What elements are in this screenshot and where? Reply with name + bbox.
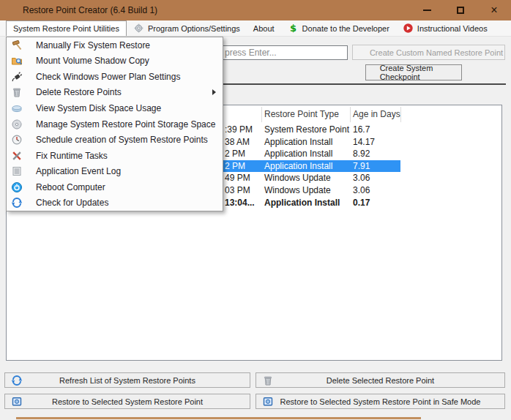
button-label: Create System Checkpoint xyxy=(380,64,461,81)
dollar-icon: $ xyxy=(288,23,299,34)
cell-type: Application Install xyxy=(264,137,332,147)
button-label: Restore to Selected System Restore Point xyxy=(52,397,203,406)
menubar-item-instructional-videos[interactable]: Instructional Videos xyxy=(396,20,494,36)
pencil-icon xyxy=(354,47,366,59)
column-divider xyxy=(350,107,351,122)
column-divider xyxy=(400,107,401,122)
cell-age: 7.91 xyxy=(353,161,370,171)
event-log-icon xyxy=(11,165,23,177)
menu-item-label: Fix Runtime Tasks xyxy=(36,151,108,161)
cell-age: 0.17 xyxy=(353,198,370,208)
menubar-item-label: About xyxy=(253,24,275,33)
cell-type: Application Install xyxy=(264,149,332,159)
menubar-item-label: Program Options/Settings xyxy=(148,24,240,33)
system-restore-point-utilities-menu: Manually Fix System RestoreMount Volume … xyxy=(6,37,223,211)
menu-item-mount-volume-shadow-copy[interactable]: Mount Volume Shadow Copy xyxy=(7,53,223,70)
minimize-button[interactable] xyxy=(410,0,444,20)
menu-item-delete-restore-points[interactable]: Delete Restore Points xyxy=(7,85,223,101)
gear-icon xyxy=(133,23,144,34)
menubar-item-system-restore-point-utilities[interactable]: System Restore Point Utilities xyxy=(6,20,127,36)
menu-item-application-event-log[interactable]: Application Event Log xyxy=(7,163,223,179)
menubar: System Restore Point UtilitiesProgram Op… xyxy=(0,20,511,37)
refresh-icon xyxy=(11,375,23,386)
reboot-icon xyxy=(11,181,23,193)
menu-item-check-windows-power-plan-settings[interactable]: Check Windows Power Plan Settings xyxy=(7,69,223,85)
folder-search-icon xyxy=(11,55,23,67)
titlebar: Restore Point Creator (6.4 Build 1) × xyxy=(0,0,511,20)
svg-text:$: $ xyxy=(290,23,296,34)
menu-item-label: Check for Updates xyxy=(36,198,108,208)
menubar-item-donate-to-the-developer[interactable]: $Donate to the Developer xyxy=(281,20,396,36)
cell-date: 49 PM xyxy=(225,173,250,183)
pencil-icon xyxy=(366,67,376,78)
hammer-icon xyxy=(11,40,23,51)
window-title: Restore Point Creator (6.4 Build 1) xyxy=(23,5,157,15)
cell-type: Application Install xyxy=(264,198,340,208)
column-header-restore-point-type[interactable]: Restore Point Type xyxy=(264,109,339,119)
delete-selected-restore-point-button[interactable]: Delete Selected Restore Point xyxy=(256,372,505,388)
create-system-checkpoint-button[interactable]: Create System Checkpoint xyxy=(365,64,462,80)
storage-disc-icon xyxy=(11,119,23,130)
menubar-item-label: Donate to the Developer xyxy=(302,24,389,33)
cell-age: 14.17 xyxy=(353,137,375,147)
menu-item-label: Manually Fix System Restore xyxy=(36,40,150,50)
submenu-arrow-icon xyxy=(212,89,216,95)
menu-item-label: Check Windows Power Plan Settings xyxy=(36,72,180,82)
update-icon xyxy=(11,197,23,209)
refresh-list-of-system-restore-points-button[interactable]: Refresh List of System Restore Points xyxy=(4,372,250,388)
window-controls: × xyxy=(410,0,511,20)
cell-type: System Restore Point xyxy=(264,124,349,135)
button-label: Refresh List of System Restore Points xyxy=(59,376,195,385)
cell-date: 03 PM xyxy=(225,185,250,195)
cell-type: Application Install xyxy=(264,161,332,171)
cell-type: Windows Update xyxy=(264,185,331,195)
menu-item-label: Delete Restore Points xyxy=(36,87,122,97)
menu-item-label: View System Disk Space Usage xyxy=(36,103,161,113)
menu-item-reboot-computer[interactable]: Reboot Computer xyxy=(7,179,223,195)
disk-icon xyxy=(11,102,23,114)
cell-date: :39 PM xyxy=(225,124,253,135)
menu-item-manage-system-restore-point-storage-space[interactable]: Manage System Restore Point Storage Spac… xyxy=(7,116,223,132)
restore-to-selected-system-restore-point-in-safe-mode-button[interactable]: Restore to Selected System Restore Point… xyxy=(256,394,505,409)
cell-date: 2 PM xyxy=(225,161,245,171)
menubar-item-label: System Restore Point Utilities xyxy=(13,24,119,33)
app-window: Restore Point Creator (6.4 Build 1) × Sy… xyxy=(0,0,511,420)
menu-item-label: Reboot Computer xyxy=(36,182,105,192)
create-custom-named-restore-point-button[interactable]: Create Custom Named Restore Point xyxy=(352,45,505,60)
menu-item-manually-fix-system-restore[interactable]: Manually Fix System Restore xyxy=(7,37,223,53)
menubar-item-about[interactable]: About xyxy=(247,20,281,36)
restore-icon xyxy=(11,396,23,408)
menu-item-check-for-updates[interactable]: Check for Updates xyxy=(7,195,223,211)
maximize-icon xyxy=(457,7,464,14)
cell-age: 8.92 xyxy=(353,149,370,159)
restore-icon xyxy=(262,396,274,408)
column-divider xyxy=(261,107,262,122)
button-label: Create Custom Named Restore Point xyxy=(370,48,503,57)
close-button[interactable]: × xyxy=(477,0,511,20)
cell-date: 13:04... xyxy=(225,198,255,208)
menu-item-fix-runtime-tasks[interactable]: Fix Runtime Tasks xyxy=(7,148,223,164)
menu-item-view-system-disk-space-usage[interactable]: View System Disk Space Usage xyxy=(7,100,223,116)
cell-age: 3.06 xyxy=(353,185,370,195)
button-label: Restore to Selected System Restore Point… xyxy=(280,397,481,406)
restore-to-selected-system-restore-point-button[interactable]: Restore to Selected System Restore Point xyxy=(4,394,250,409)
menu-item-schedule-creation-of-system-restore-points[interactable]: Schedule creation of System Restore Poin… xyxy=(7,132,223,148)
cell-age: 3.06 xyxy=(353,173,370,183)
play-icon xyxy=(403,23,414,34)
column-header-age-in-days[interactable]: Age in Days xyxy=(353,109,400,119)
menubar-item-label: Instructional Videos xyxy=(417,24,488,33)
desktop-edge xyxy=(16,417,421,419)
cell-type: Windows Update xyxy=(264,173,331,183)
cell-date: 38 AM xyxy=(225,137,250,147)
menu-item-label: Manage System Restore Point Storage Spac… xyxy=(36,119,215,130)
maximize-button[interactable] xyxy=(444,0,477,20)
close-icon: × xyxy=(491,4,497,16)
menubar-item-program-options-settings[interactable]: Program Options/Settings xyxy=(127,20,247,36)
power-plug-icon xyxy=(11,71,23,83)
button-label: Delete Selected Restore Point xyxy=(327,376,434,385)
trash-icon xyxy=(262,375,274,386)
minimize-icon xyxy=(423,10,431,11)
menu-item-label: Mount Volume Shadow Copy xyxy=(36,56,149,66)
menu-item-label: Schedule creation of System Restore Poin… xyxy=(36,135,208,145)
trash-icon xyxy=(11,86,23,98)
